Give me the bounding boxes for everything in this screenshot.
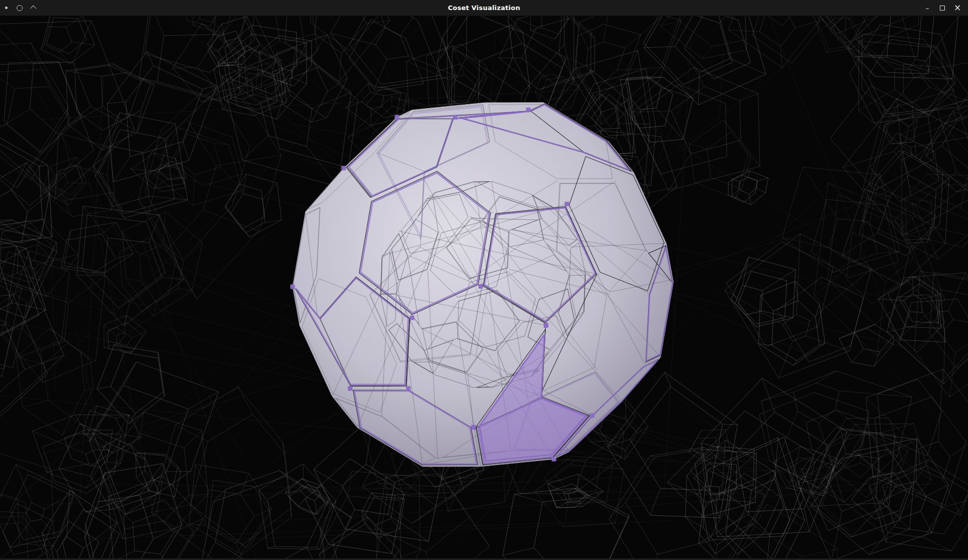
maximize-button[interactable] [940,6,945,11]
close-button[interactable]: × [953,4,962,12]
window-title: Coset Visualization [448,4,520,12]
app-window: Coset Visualization – × [0,0,968,560]
chevron-up-icon[interactable] [30,6,37,12]
titlebar[interactable]: Coset Visualization – × [0,0,968,16]
circle-icon[interactable] [17,5,23,11]
minimize-button[interactable]: – [923,5,932,12]
coset-3d-scene[interactable] [0,16,968,558]
window-controls: – × [923,0,962,16]
titlebar-left-controls [5,0,36,16]
menu-dot-icon[interactable] [5,7,8,9]
viewport[interactable] [0,16,968,558]
